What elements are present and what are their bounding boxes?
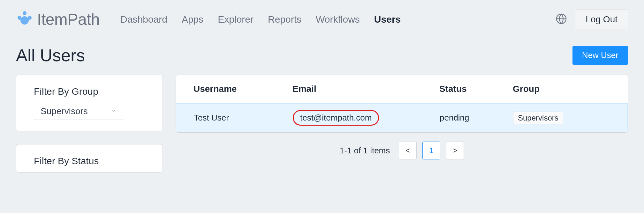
content-area: Filter By Group Supervisors Filter By St…: [0, 75, 644, 173]
logo-icon: [16, 10, 33, 29]
cell-group: Supervisors: [513, 112, 610, 124]
col-header-group[interactable]: Group: [513, 84, 610, 94]
pagination-prev-button[interactable]: <: [399, 142, 417, 159]
nav-explorer[interactable]: Explorer: [218, 14, 254, 25]
nav-workflows[interactable]: Workflows: [316, 14, 360, 25]
group-tag[interactable]: Supervisors: [513, 112, 563, 124]
nav-reports[interactable]: Reports: [268, 14, 301, 25]
filter-status-title: Filter By Status: [34, 156, 145, 166]
chevron-down-icon: [111, 108, 117, 115]
page-header: All Users New User: [0, 39, 644, 75]
pagination-next-button[interactable]: >: [446, 142, 464, 159]
email-highlight: test@itempath.com: [293, 110, 379, 126]
nav-users[interactable]: Users: [374, 14, 401, 25]
page-title: All Users: [16, 45, 85, 65]
pagination: 1-1 of 1 items < 1 >: [176, 142, 628, 159]
main-nav: Dashboard Apps Explorer Reports Workflow…: [120, 14, 401, 25]
main-area: Username Email Status Group Test User te…: [176, 75, 628, 173]
filter-sidebar: Filter By Group Supervisors Filter By St…: [16, 75, 163, 173]
table-row[interactable]: Test User test@itempath.com pending Supe…: [176, 103, 628, 132]
logout-button[interactable]: Log Out: [575, 10, 628, 29]
cell-status: pending: [440, 113, 513, 123]
nav-dashboard[interactable]: Dashboard: [120, 14, 167, 25]
pagination-page-1[interactable]: 1: [422, 142, 440, 159]
col-header-status[interactable]: Status: [439, 84, 513, 94]
table-header-row: Username Email Status Group: [176, 75, 628, 103]
new-user-button[interactable]: New User: [572, 46, 628, 65]
col-header-email[interactable]: Email: [292, 84, 439, 94]
svg-point-3: [20, 16, 29, 25]
cell-username: Test User: [194, 113, 293, 123]
col-header-username[interactable]: Username: [193, 84, 292, 94]
filter-group-select[interactable]: Supervisors: [34, 103, 123, 120]
nav-apps[interactable]: Apps: [182, 14, 203, 25]
cell-email: test@itempath.com: [293, 110, 440, 126]
users-table: Username Email Status Group Test User te…: [176, 75, 628, 133]
filter-group-title: Filter By Group: [34, 86, 145, 97]
filter-group-card: Filter By Group Supervisors: [16, 75, 163, 131]
pagination-summary: 1-1 of 1 items: [340, 146, 390, 156]
svg-point-0: [23, 11, 27, 15]
filter-status-card: Filter By Status: [16, 144, 163, 173]
brand-name: ItemPath: [37, 10, 100, 29]
brand-logo: ItemPath: [16, 10, 100, 29]
topbar-right: Log Out: [556, 10, 628, 29]
globe-icon[interactable]: [556, 13, 567, 26]
top-bar: ItemPath Dashboard Apps Explorer Reports…: [0, 0, 644, 39]
filter-group-selected: Supervisors: [41, 106, 88, 116]
